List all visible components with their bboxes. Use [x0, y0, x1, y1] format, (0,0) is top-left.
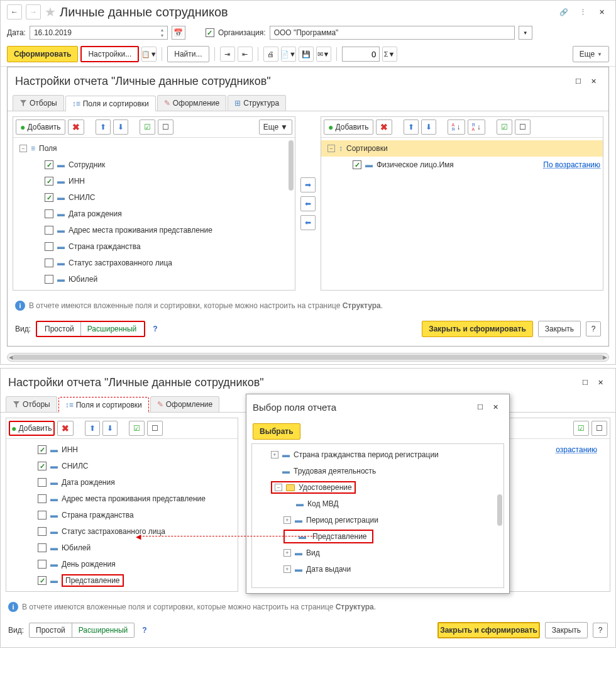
tree-item-selected[interactable]: ▬Представление	[252, 528, 503, 545]
nav-fwd[interactable]: →	[26, 4, 41, 19]
uncheck-sort-2[interactable]: ☐	[591, 421, 607, 436]
link-icon[interactable]: 🔗	[556, 4, 571, 19]
tab-struct[interactable]: ⊞Структура	[228, 95, 286, 111]
more-fields-button[interactable]: Еще▼	[259, 119, 292, 135]
collapse-button[interactable]: ⇤	[238, 47, 253, 62]
close-and-form-button-2[interactable]: Закрыть и сформировать	[437, 622, 540, 638]
tree-item[interactable]: ▬Код МВД	[252, 496, 503, 512]
move-down-button[interactable]: ⬇	[113, 119, 128, 135]
close-dialog1[interactable]: ✕	[586, 74, 601, 89]
zero-input[interactable]	[342, 47, 380, 62]
field-item[interactable]: ▬СНИЛС	[6, 458, 238, 474]
move-down-2[interactable]: ⬇	[102, 421, 118, 436]
help-link[interactable]: ?	[153, 325, 157, 333]
field-item[interactable]: ▬Сотрудник	[13, 157, 295, 173]
kebab-icon[interactable]: ⋮	[575, 4, 590, 19]
popup-tree[interactable]: +▬Страна гражданства период регистрации …	[251, 443, 504, 588]
view-simple[interactable]: Простой	[38, 322, 81, 336]
tree-item[interactable]: +▬Вид	[252, 545, 503, 561]
popup-close[interactable]: ✕	[488, 399, 503, 414]
tab-fields-2[interactable]: ↕≡Поля и сортировки	[58, 397, 149, 413]
h-scrollbar[interactable]: ◀▶	[7, 353, 609, 362]
collapse-icon[interactable]: −	[327, 145, 335, 152]
calendar-button[interactable]: 📅	[172, 26, 185, 40]
maximize-dialog2[interactable]: ☐	[578, 375, 593, 390]
field-item[interactable]: ▬ИНН	[6, 442, 238, 458]
add-field-button-2[interactable]: ●Добавить	[9, 421, 55, 436]
add-field-button[interactable]: ●Добавить	[16, 119, 65, 135]
view-advanced-2[interactable]: Расширенный	[72, 623, 135, 637]
tab-filters-2[interactable]: Отборы	[6, 396, 57, 412]
expand-button[interactable]: ⇥	[220, 47, 235, 62]
sort-root[interactable]: − ↕ Сортировки	[321, 140, 603, 157]
tree-item[interactable]: +▬Страна гражданства период регистрации	[252, 447, 503, 463]
tab-format[interactable]: ✎Оформление	[157, 95, 226, 111]
move-right-button[interactable]: ➡	[300, 177, 316, 192]
move-left-button[interactable]: ⬅	[300, 196, 316, 211]
save-button[interactable]: 💾	[299, 47, 314, 62]
org-dropdown[interactable]: ▼	[519, 26, 532, 40]
tree-item[interactable]: +▬Период регистрации	[252, 512, 503, 528]
move-up-2[interactable]: ⬆	[85, 421, 100, 436]
collapse-icon[interactable]: −	[19, 145, 27, 152]
org-checkbox[interactable]	[206, 28, 214, 37]
field-item[interactable]: ▬День рождения	[6, 556, 238, 572]
help-button-2[interactable]: ?	[593, 623, 608, 638]
delete-sort-button[interactable]: ✖	[376, 119, 392, 135]
close-and-form-button[interactable]: Закрыть и сформировать	[422, 321, 533, 337]
close-button-2[interactable]: Закрыть	[545, 622, 588, 638]
more-button[interactable]: Еще▼	[573, 46, 609, 62]
sort-desc-button[interactable]: ЯА↓	[468, 119, 485, 135]
check-sort-button[interactable]: ☑	[497, 119, 512, 135]
sigma-button[interactable]: Σ▼	[382, 47, 397, 62]
sort-down-button[interactable]: ⬇	[421, 119, 436, 135]
tab-filters[interactable]: Отборы	[13, 95, 64, 111]
close-button[interactable]: Закрыть	[538, 321, 581, 337]
close-dialog2[interactable]: ✕	[593, 375, 608, 390]
help-button[interactable]: ?	[586, 321, 601, 336]
check-sort-2[interactable]: ☑	[573, 421, 589, 436]
delete-field-button-2[interactable]: ✖	[57, 421, 74, 436]
sort-asc-button[interactable]: АЯ↓	[448, 119, 465, 135]
field-item[interactable]: ▬Страна гражданства	[6, 507, 238, 523]
fields-tree[interactable]: − ≡ Поля ▬Сотрудник ▬ИНН ▬СНИЛС ▬Дата ро…	[13, 138, 295, 290]
sort-tree[interactable]: − ↕ Сортировки ▬ Физическое лицо.Имя По …	[321, 138, 603, 290]
field-item-highlighted[interactable]: ▬Представление	[6, 572, 238, 589]
move-left2-button[interactable]: ⬅	[300, 215, 316, 230]
mail-button[interactable]: ✉▼	[316, 47, 331, 62]
field-item[interactable]: ▬Адрес места проживания представление	[13, 222, 295, 238]
field-item[interactable]: ▬Статус застрахованного лица	[13, 255, 295, 271]
tree-item[interactable]: +▬Дата выдачи	[252, 561, 503, 577]
field-item[interactable]: ▬Юбилей	[13, 271, 295, 287]
scrollbar[interactable]	[289, 140, 294, 191]
field-item[interactable]: ▬Юбилей	[6, 540, 238, 556]
check-all-button[interactable]: ☑	[140, 119, 155, 135]
tab-format-2[interactable]: ✎Оформление	[150, 396, 219, 412]
tree-item-folder[interactable]: −Удостоверение	[252, 479, 503, 496]
tree-item[interactable]: ▬Трудовая деятельность	[252, 463, 503, 479]
tab-fields[interactable]: ↕≡Поля и сортировки	[65, 96, 156, 111]
star-icon[interactable]: ★	[45, 4, 56, 19]
settings-button[interactable]: Настройки...	[80, 46, 139, 62]
field-item[interactable]: ▬Дата рождения	[13, 206, 295, 222]
popup-max[interactable]: ☐	[473, 399, 488, 414]
org-input[interactable]: ООО "Программа"	[270, 26, 515, 40]
check-all-2[interactable]: ☑	[129, 421, 145, 436]
move-up-button[interactable]: ⬆	[96, 119, 111, 135]
form-button[interactable]: Сформировать	[7, 46, 78, 62]
date-input[interactable]: 16.10.2019 ▴▾	[30, 26, 168, 40]
help-link-2[interactable]: ?	[142, 626, 146, 635]
fields-tree-2[interactable]: ▬ИНН ▬СНИЛС ▬Дата рождения ▬Адрес места …	[6, 439, 238, 591]
sort-up-button[interactable]: ⬆	[404, 119, 419, 135]
delete-field-button[interactable]: ✖	[68, 119, 84, 135]
view-advanced[interactable]: Расширенный	[81, 322, 143, 336]
view-simple-2[interactable]: Простой	[30, 623, 72, 637]
field-item[interactable]: ▬Дата рождения	[6, 474, 238, 491]
field-item[interactable]: ▬Страна гражданства	[13, 238, 295, 255]
sort-direction[interactable]: По возрастанию	[543, 160, 600, 169]
nav-back[interactable]: ←	[7, 4, 22, 19]
print-dd-button[interactable]: 📄▼	[281, 47, 296, 62]
close-main[interactable]: ✕	[594, 4, 609, 19]
copy-settings-button[interactable]: 📋▼	[141, 47, 157, 62]
field-item[interactable]: ▬СНИЛС	[13, 189, 295, 206]
